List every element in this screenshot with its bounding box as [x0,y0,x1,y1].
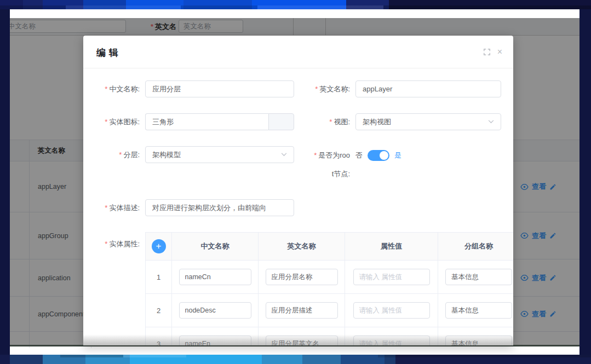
entity-desc-input[interactable] [145,199,294,216]
desktop-top-band [0,0,591,9]
attr-name-en-input[interactable] [266,302,338,319]
attr-name-cn-input[interactable] [179,269,251,285]
fullscreen-icon[interactable] [483,48,491,56]
desktop-background: *英文名 英文名称 appLayer [0,0,591,364]
edit-modal: 编辑 × *中文名称: *英 [83,36,513,345]
name-cn-label: *中文名称: [96,80,145,97]
col-value: 属性值 [345,233,438,260]
required-asterisk: * [105,240,107,248]
icon-picker-button[interactable] [268,113,294,130]
attr-value-input[interactable] [353,269,430,285]
toggle-off-label: 否 [355,151,363,160]
attr-name-en-input[interactable] [266,269,338,285]
plus-icon: + [156,241,162,251]
layer-label: *分层: [96,146,145,183]
chevron-down-icon [488,120,494,124]
entity-desc-label: *实体描述: [96,199,145,216]
modal-bottom-fade [83,334,513,345]
attribute-table-header: + 中文名称 英文名称 属性值 分组名称 [146,233,513,261]
required-asterisk: * [105,118,107,126]
modal-title: 编辑 [96,47,122,59]
is-root-label: *是否为roo t节点: [294,146,355,183]
attr-name-cn-input[interactable] [179,302,251,319]
required-asterisk: * [315,85,318,93]
app-window: *英文名 英文名称 appLayer [10,9,579,355]
layer-select[interactable]: 架构模型 [145,146,294,163]
attr-value-input[interactable] [353,302,430,319]
attribute-row: 1 [146,261,513,294]
required-asterisk: * [329,118,332,126]
col-name-cn: 中文名称 [172,233,259,260]
required-asterisk: * [105,85,107,93]
col-name-en: 英文名称 [259,233,345,260]
desktop-bottom-band [0,355,591,364]
modal-header: 编辑 × [83,36,513,68]
entity-icon-input[interactable] [145,113,268,130]
toggle-on-label: 是 [394,151,401,160]
view-label: *视图: [294,113,355,130]
name-en-input[interactable] [355,80,501,97]
view-select[interactable]: 架构视图 [355,113,501,130]
row-index: 2 [146,294,172,327]
add-attribute-button[interactable]: + [152,239,166,253]
attr-group-input[interactable] [445,269,512,285]
name-cn-input[interactable] [145,80,294,97]
required-asterisk: * [105,204,107,212]
modal-body: *中文名称: *英文名称: *实体图标: [83,68,513,345]
row-index: 1 [146,261,172,293]
close-icon[interactable]: × [497,48,502,56]
chevron-down-icon [281,153,287,157]
col-group: 分组名称 [438,233,513,260]
entity-attrs-label: *实体属性: [96,232,145,345]
entity-icon-label: *实体图标: [96,113,145,130]
required-asterisk: * [119,151,122,159]
attr-group-input[interactable] [445,302,512,319]
attribute-row: 2 [146,294,513,327]
required-asterisk: * [314,151,317,159]
is-root-toggle[interactable] [368,150,389,161]
toggle-knob [380,151,388,160]
name-en-label: *英文名称: [294,80,355,97]
attribute-table: + 中文名称 英文名称 属性值 分组名称 1 [145,232,513,345]
